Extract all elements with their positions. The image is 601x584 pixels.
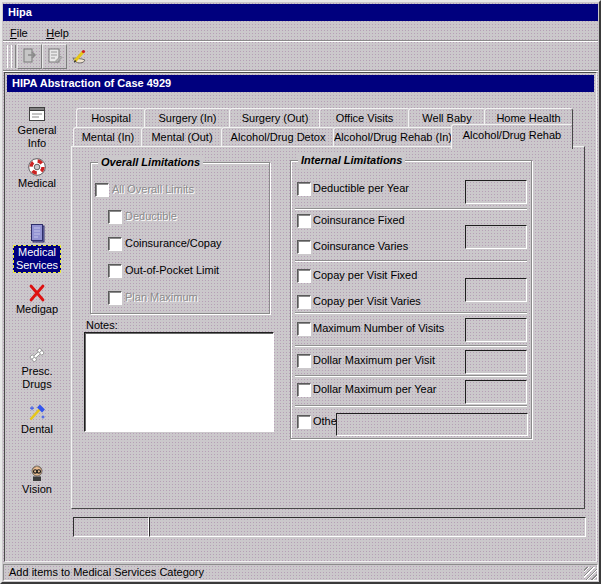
case-window: HIPA Abstraction of Case 4929 General In… bbox=[4, 72, 597, 562]
form-edit-icon bbox=[43, 47, 66, 65]
row-separator bbox=[295, 345, 527, 347]
checkbox-label: Dollar Maximum per Year bbox=[313, 383, 437, 396]
tab-alcohol-drug-rehab-in[interactable]: Alcohol/Drug Rehab (In) bbox=[333, 127, 453, 148]
tab-mental-in[interactable]: Mental (In) bbox=[73, 127, 143, 148]
sidebar-label: Presc. bbox=[8, 365, 66, 378]
window-titlebar[interactable]: Hipa bbox=[3, 4, 598, 21]
form-icon bbox=[8, 105, 66, 124]
field-dollar-maximum-per-visit[interactable] bbox=[465, 350, 527, 374]
checkbox-dollar-maximum-per-year[interactable] bbox=[297, 383, 311, 397]
bottom-panel-small bbox=[73, 517, 149, 537]
toolbar bbox=[3, 42, 598, 71]
checkbox-deductible-per-year[interactable] bbox=[297, 182, 311, 196]
field-other[interactable] bbox=[336, 413, 528, 436]
checkbox-label: Deductible bbox=[125, 210, 177, 223]
row-separator bbox=[295, 208, 527, 210]
toothbrush-icon bbox=[8, 403, 66, 423]
field-dollar-maximum-per-year[interactable] bbox=[465, 380, 527, 404]
checkbox-dollar-maximum-per-visit[interactable] bbox=[297, 354, 311, 368]
group-title: Overall Limitations bbox=[98, 156, 203, 169]
field-coinsurance[interactable] bbox=[465, 225, 527, 249]
status-bar: Add items to Medical Services Category bbox=[3, 564, 598, 581]
sidebar-label: Drugs bbox=[8, 378, 66, 391]
checkbox-label: Copay per Visit Fixed bbox=[313, 269, 417, 282]
checkbox-coinsurance-varies[interactable] bbox=[297, 240, 311, 254]
row-separator bbox=[295, 312, 527, 314]
checkbox-label: Maximum Number of Visits bbox=[313, 322, 444, 335]
exit-button[interactable] bbox=[17, 44, 42, 69]
notes-textarea[interactable] bbox=[84, 332, 274, 432]
checkbox-coinsurance-fixed[interactable] bbox=[297, 214, 311, 228]
application-window: Hipa File Help bbox=[0, 0, 601, 584]
notes-label: Notes: bbox=[86, 319, 118, 332]
checkbox-label: Coinsurance Fixed bbox=[313, 214, 405, 227]
resize-grip[interactable] bbox=[584, 567, 597, 580]
form-edit-button[interactable] bbox=[42, 44, 67, 69]
checkbox-label: Out-of-Pocket Limit bbox=[125, 264, 219, 277]
checkbox-all-overall-limits[interactable] bbox=[95, 183, 109, 197]
checkbox-label: Copay per Visit Varies bbox=[313, 295, 421, 308]
internal-limitations-group: Internal Limitations Deductible per Year… bbox=[290, 160, 532, 439]
checkbox-plan-maximum[interactable] bbox=[108, 291, 122, 305]
status-text: Add items to Medical Services Category bbox=[9, 566, 204, 578]
checkbox-other[interactable] bbox=[297, 415, 311, 429]
bone-icon bbox=[8, 345, 66, 365]
sidebar-selected-label: Medical Services bbox=[13, 245, 61, 273]
sidebar-item-general-info[interactable]: General Info bbox=[8, 105, 66, 150]
row-separator bbox=[295, 375, 527, 377]
menu-help[interactable]: Help bbox=[39, 25, 76, 41]
field-deductible-per-year[interactable] bbox=[465, 180, 527, 204]
group-title: Internal Limitations bbox=[298, 154, 405, 167]
hand-pencil-icon bbox=[67, 47, 90, 65]
bottom-panel-wide bbox=[149, 517, 586, 537]
sidebar-label: Medical bbox=[8, 177, 66, 190]
checkbox-copay-per-visit-fixed[interactable] bbox=[297, 269, 311, 283]
tab-office-visits[interactable]: Office Visits bbox=[319, 108, 410, 129]
face-glasses-icon bbox=[8, 463, 66, 483]
tab-hospital[interactable]: Hospital bbox=[76, 108, 146, 129]
checkbox-label: Plan Maximum bbox=[125, 291, 198, 304]
checkbox-label: Deductible per Year bbox=[313, 182, 409, 195]
checkbox-label: Dollar Maximum per Visit bbox=[313, 354, 435, 367]
tab-mental-out[interactable]: Mental (Out) bbox=[141, 127, 223, 148]
window-title: Hipa bbox=[8, 6, 32, 18]
menu-bar: File Help bbox=[3, 23, 598, 40]
checkbox-coinsurance-copay[interactable] bbox=[108, 237, 122, 251]
case-window-titlebar[interactable]: HIPA Abstraction of Case 4929 bbox=[7, 75, 594, 92]
sidebar-item-medical-services[interactable]: Medical Services bbox=[8, 223, 66, 273]
checkbox-label: Coinsurance/Copay bbox=[125, 237, 222, 250]
row-separator bbox=[295, 260, 527, 262]
sidebar-label: General bbox=[8, 124, 66, 137]
field-copay-per-visit[interactable] bbox=[465, 278, 527, 302]
sidebar-item-presc-drugs[interactable]: Presc. Drugs bbox=[8, 345, 66, 391]
sidebar-item-medical[interactable]: Medical bbox=[8, 157, 66, 190]
tab-surgery-in[interactable]: Surgery (In) bbox=[144, 108, 231, 129]
checkbox-out-of-pocket-limit[interactable] bbox=[108, 264, 122, 278]
checkbox-label: All Overall Limits bbox=[112, 183, 194, 196]
hand-pencil-button[interactable] bbox=[66, 44, 91, 69]
checkbox-maximum-number-of-visits[interactable] bbox=[297, 322, 311, 336]
red-x-icon bbox=[8, 283, 66, 303]
tab-alcohol-drug-rehab-out[interactable]: Alcohol/Drug Rehab (Out) bbox=[451, 124, 573, 149]
sidebar-item-vision[interactable]: Vision bbox=[8, 463, 66, 496]
case-window-title: HIPA Abstraction of Case 4929 bbox=[12, 77, 171, 89]
checkbox-copay-per-visit-varies[interactable] bbox=[297, 295, 311, 309]
exit-icon bbox=[18, 47, 41, 65]
tab-page: Overall Limitations All Overall Limits D… bbox=[71, 146, 585, 509]
sidebar-label: Medigap bbox=[8, 303, 66, 316]
menu-file[interactable]: File bbox=[3, 25, 35, 41]
field-maximum-number-of-visits[interactable] bbox=[465, 318, 527, 342]
checkbox-deductible[interactable] bbox=[108, 210, 122, 224]
notebook-icon bbox=[8, 223, 66, 245]
life-preserver-icon bbox=[8, 157, 66, 177]
row-separator bbox=[295, 405, 527, 407]
tab-surgery-out[interactable]: Surgery (Out) bbox=[229, 108, 321, 129]
sidebar-label: Vision bbox=[8, 483, 66, 496]
sidebar-item-dental[interactable]: Dental bbox=[8, 403, 66, 436]
toolbar-gripper[interactable] bbox=[11, 45, 16, 68]
overall-limitations-group: Overall Limitations All Overall Limits D… bbox=[90, 162, 270, 314]
sidebar-label: Info bbox=[8, 137, 66, 150]
sidebar-label: Dental bbox=[8, 423, 66, 436]
sidebar-item-medigap[interactable]: Medigap bbox=[8, 283, 66, 316]
tab-alcohol-drug-detox-in[interactable]: Alcohol/Drug Detox (In) bbox=[221, 127, 335, 148]
